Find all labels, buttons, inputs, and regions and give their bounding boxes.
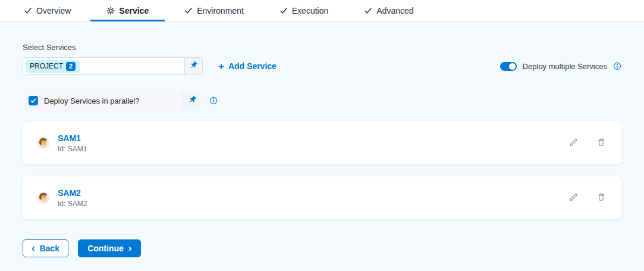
pin-button[interactable] [183,92,201,110]
pin-icon [188,95,197,107]
tab-overview[interactable]: Overview [24,0,71,21]
pin-button[interactable] [184,58,202,74]
deploy-multiple-group: Deploy multiple Services [500,62,621,71]
deploy-multiple-label: Deploy multiple Services [523,62,607,71]
select-services-row: PROJECT 2 + Add Service Deploy multiple … [23,57,621,75]
service-card-sam1: SAM1 Id: SAM1 [23,122,621,164]
service-chip[interactable]: PROJECT 2 [26,60,80,73]
wizard-tab-bar: Overview Service Environment Execution A… [0,0,644,21]
tab-label: Service [119,6,149,15]
pencil-icon [568,137,579,149]
select-services-input[interactable]: PROJECT 2 [23,57,203,75]
tab-label: Execution [292,6,328,15]
parallel-checkbox-group: Deploy Services in parallel? [23,92,201,110]
service-name-link[interactable]: SAM1 [58,133,87,143]
tab-execution[interactable]: Execution [279,0,328,21]
delete-service-button[interactable] [595,191,607,205]
tab-label: Advanced [376,6,413,15]
select-services-label: Select Services [23,43,621,52]
trash-icon [596,138,606,149]
trash-icon [596,192,606,204]
service-card-text: SAM2 Id: SAM2 [58,188,87,208]
add-service-label: Add Service [228,61,277,71]
delete-service-button[interactable] [595,136,607,150]
checkbox-checked-icon[interactable] [29,96,38,105]
edit-service-button[interactable] [567,136,580,150]
wizard-footer: ‹ Back Continue › [23,239,621,257]
parallel-checkbox-label: Deploy Services in parallel? [44,96,139,105]
parallel-checkbox-field[interactable]: Deploy Services in parallel? [23,92,183,110]
service-card-sam2: SAM2 Id: SAM2 [23,176,621,219]
tab-environment[interactable]: Environment [184,0,244,21]
deploy-multiple-toggle[interactable] [500,62,517,71]
tab-label: Environment [197,6,244,15]
continue-button[interactable]: Continue › [78,239,141,257]
parallel-row: Deploy Services in parallel? [23,92,621,110]
chevron-right-icon: › [128,243,132,253]
service-avatar [37,191,50,204]
deploy-multiple-info[interactable] [613,62,621,70]
add-service-button[interactable]: + Add Service [218,61,277,71]
check-icon [184,7,193,15]
toggle-knob [509,63,516,70]
tab-label: Overview [36,6,71,15]
plus-icon: + [218,61,224,71]
service-avatar [37,136,50,149]
edit-service-button[interactable] [567,191,580,205]
pin-icon [189,61,198,72]
check-icon [279,7,288,15]
back-button[interactable]: ‹ Back [23,239,68,257]
pencil-icon [568,192,579,204]
service-name-link[interactable]: SAM2 [58,188,87,198]
selected-services-area[interactable]: PROJECT 2 [23,58,184,74]
service-step-panel: Select Services PROJECT 2 + Add Service … [0,21,644,271]
service-card-text: SAM1 Id: SAM1 [58,133,87,153]
back-button-label: Back [40,244,59,253]
service-card-list: SAM1 Id: SAM1 SAM2 Id: SAM2 [23,122,621,219]
tab-service[interactable]: Service [106,0,149,21]
check-icon [24,7,32,15]
check-icon [364,7,372,15]
parallel-info[interactable] [209,96,218,105]
service-id: Id: SAM1 [58,145,87,153]
gear-icon [106,7,115,15]
continue-button-label: Continue [87,244,124,253]
service-id: Id: SAM2 [58,200,87,208]
tab-advanced[interactable]: Advanced [364,0,413,21]
service-chip-label: PROJECT [30,62,63,70]
service-chip-count-badge: 2 [66,62,76,71]
chevron-left-icon: ‹ [32,243,35,253]
